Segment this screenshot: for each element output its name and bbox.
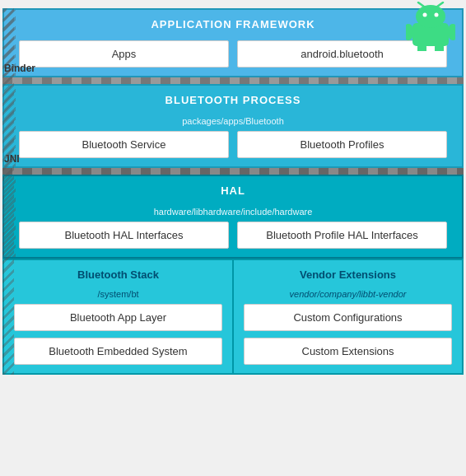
svg-rect-7 [449,24,455,40]
hal-title: HAL [11,181,455,200]
main-container: APPLICATION FRAMEWORK Apps android.bluet… [2,8,464,375]
bt-stack-subtitle: /system/bt [11,289,226,299]
svg-rect-9 [435,43,444,51]
apps-card: Apps [19,40,229,68]
hal-section: HAL hardware/libhardware/include/hardwar… [2,175,464,259]
custom-configurations-card: Custom Configurations [244,304,452,331]
svg-point-2 [423,13,427,17]
bottom-section: Bluetooth Stack /system/bt Bluetooth App… [2,259,464,375]
vendor-ext-subtitle: vendor/company/libbt-vendor [240,289,455,299]
app-framework-cards: Apps android.bluetooth [11,40,455,68]
bt-hal-interfaces-card: Bluetooth HAL Interfaces [19,222,229,249]
bt-process-subtitle: packages/apps/Bluetooth [11,116,455,126]
binder-divider: Binder [2,77,464,84]
svg-line-4 [418,2,424,7]
bt-app-layer-card: Bluetooth App Layer [14,304,222,331]
android-logo [406,2,455,51]
stripe-decoration-4 [2,8,14,375]
svg-line-5 [437,2,443,7]
svg-point-3 [435,13,439,17]
bt-process-cards: Bluetooth Service Bluetooth Profiles [11,131,455,158]
bt-process-section: BLUETOOTH PROCESS packages/apps/Bluetoot… [2,84,464,168]
bt-service-card: Bluetooth Service [19,131,229,158]
bt-stack-section: Bluetooth Stack /system/bt Bluetooth App… [2,259,233,375]
vendor-ext-cards: Custom Configurations Custom Extensions [240,304,455,365]
svg-point-1 [416,5,445,28]
custom-extensions-card: Custom Extensions [244,338,452,365]
svg-rect-6 [406,24,412,40]
bt-profiles-card: Bluetooth Profiles [237,131,447,158]
bt-stack-cards: Bluetooth App Layer Bluetooth Embedded S… [11,304,226,365]
bt-profile-hal-interfaces-card: Bluetooth Profile HAL Interfaces [237,222,447,249]
app-framework-section: APPLICATION FRAMEWORK Apps android.bluet… [2,8,464,77]
hal-cards: Bluetooth HAL Interfaces Bluetooth Profi… [11,222,455,249]
bt-stack-title: Bluetooth Stack [11,265,226,284]
bt-embedded-system-card: Bluetooth Embedded System [14,338,222,365]
jni-divider: JNI [2,168,464,175]
hal-subtitle: hardware/libhardware/include/hardware [11,207,455,217]
svg-rect-8 [417,43,426,51]
bt-process-title: BLUETOOTH PROCESS [11,91,455,110]
app-framework-title: APPLICATION FRAMEWORK [11,15,455,34]
vendor-ext-section: Vendor Extensions vendor/company/libbt-v… [233,259,464,375]
vendor-ext-title: Vendor Extensions [240,265,455,284]
